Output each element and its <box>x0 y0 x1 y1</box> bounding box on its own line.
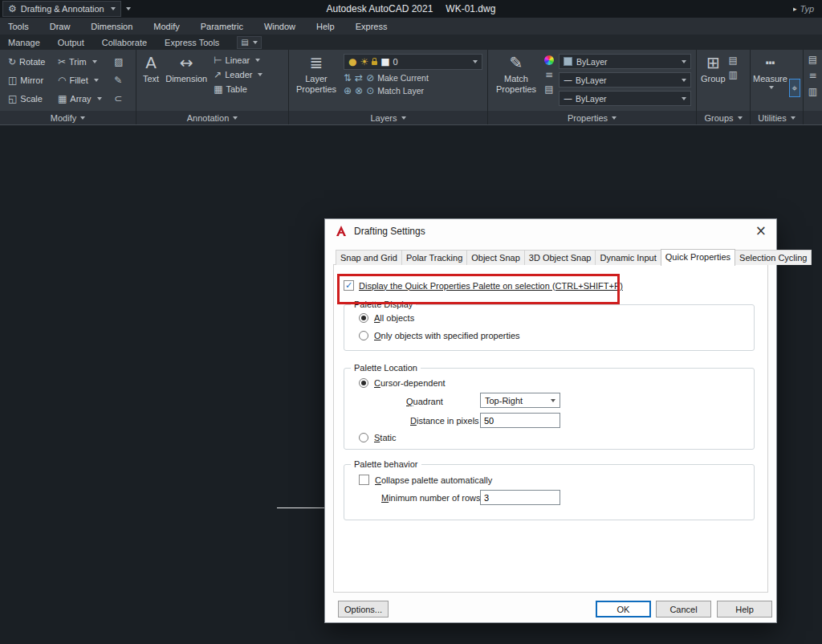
min-rows-input[interactable] <box>480 490 560 505</box>
group-edit-icon[interactable]: ▤ <box>729 55 738 65</box>
flyout-caret-icon[interactable]: ▸ <box>793 6 797 13</box>
static-radio[interactable]: Static <box>359 433 397 442</box>
distance-input[interactable] <box>480 413 560 428</box>
panel-clipped: ▤ ≡ ▥ <box>804 50 822 124</box>
help-button[interactable]: Help <box>717 601 772 618</box>
tab-object-snap[interactable]: Object Snap <box>466 250 525 265</box>
display-qp-checkbox[interactable]: ✓ <box>344 280 354 291</box>
linetype-select[interactable]: —ByLayer <box>559 91 691 106</box>
menu-item-window[interactable]: Window <box>264 22 295 31</box>
leader-tool[interactable]: ↗Leader <box>214 70 262 79</box>
panel-label-modify[interactable]: Modify <box>0 111 136 124</box>
menu-item-modify[interactable]: Modify <box>153 22 179 31</box>
text-icon: A <box>145 53 157 72</box>
clipped-tool-icon-3[interactable]: ▥ <box>808 87 817 96</box>
close-icon[interactable]: × <box>755 222 767 238</box>
clipped-tool-icon-1[interactable]: ▤ <box>808 55 817 64</box>
drawing-line[interactable] <box>277 507 324 508</box>
collapse-checkbox-row[interactable]: Collapse palette automatically <box>359 475 492 485</box>
group-icon: ⊞ <box>706 53 720 72</box>
tab-3d-object-snap[interactable]: 3D Object Snap <box>524 250 596 265</box>
menu-item-draw[interactable]: Draw <box>50 22 71 31</box>
ribbon-tab-manage[interactable]: Manage <box>8 38 40 47</box>
scale-tool[interactable]: ◱Scale <box>8 92 50 105</box>
make-current-tool[interactable]: ⇅ ⇄ ⊘ Make Current <box>344 73 482 83</box>
clipped-tool-icon-2[interactable]: ≡ <box>808 71 816 80</box>
tab-dynamic-input[interactable]: Dynamic Input <box>595 250 661 265</box>
layer-tool-icon-4: ⊕ <box>344 86 352 96</box>
group-tool[interactable]: ⊞Group <box>701 50 726 111</box>
layer-select[interactable]: ● ☀ ■ 0 <box>344 54 482 70</box>
display-qp-row[interactable]: ✓ Display the Quick Properties Palette o… <box>344 280 623 291</box>
dialog-titlebar[interactable]: Drafting Settings × <box>325 219 776 243</box>
cursor-dependent-radio[interactable]: Cursor-dependent <box>359 378 446 388</box>
hatch-tool[interactable]: ▨ <box>114 55 128 69</box>
list-icon[interactable]: ≡ <box>545 70 553 79</box>
lineweight-icon[interactable]: ▤ <box>544 84 553 94</box>
menu-item-express[interactable]: Express <box>356 22 388 31</box>
ribbon-tab-collaborate[interactable]: Collaborate <box>102 38 147 47</box>
ribbon-more-button[interactable]: ▤ <box>237 36 261 49</box>
array-tool[interactable]: ▦Array <box>58 92 106 105</box>
match-properties-label: Match Properties <box>493 74 539 94</box>
menu-item-dimension[interactable]: Dimension <box>91 22 132 31</box>
ribbon-tab-express-tools[interactable]: Express Tools <box>165 38 219 47</box>
all-objects-radio[interactable]: All objects <box>359 313 414 323</box>
workspace-switcher[interactable]: ⚙ Drafting & Annotation <box>2 1 121 17</box>
linear-caret-icon <box>255 59 260 62</box>
quick-select-tool[interactable]: ⌖ <box>789 79 800 97</box>
fillet-tool[interactable]: ◠Fillet <box>58 74 106 88</box>
color-swatch-icon <box>564 57 572 66</box>
table-label: Table <box>226 84 247 94</box>
tab-polar-tracking[interactable]: Polar Tracking <box>401 250 467 265</box>
text-tool[interactable]: AText <box>143 50 159 111</box>
object-color-select[interactable]: ByLayer <box>559 54 691 69</box>
pencil-tool[interactable]: ✎ <box>114 74 128 88</box>
collapse-label: Collapse palette automatically <box>375 475 492 485</box>
tab-quick-properties[interactable]: Quick Properties <box>661 249 735 266</box>
ok-button[interactable]: OK <box>596 601 651 618</box>
utilities-panel-text: Utilities <box>758 113 786 123</box>
current-layer-value: 0 <box>393 57 398 67</box>
ribbon-tab-output[interactable]: Output <box>58 38 84 47</box>
layer-properties-tool[interactable]: ≣Layer Properties <box>294 50 339 111</box>
tab-selection-cycling[interactable]: Selection Cycling <box>735 250 812 265</box>
rotate-tool[interactable]: ↻Rotate <box>8 55 50 69</box>
cancel-button[interactable]: Cancel <box>656 601 711 618</box>
panel-label-utilities[interactable]: Utilities <box>751 111 803 124</box>
match-properties-tool[interactable]: ✎Match Properties <box>493 50 539 111</box>
dimension-tool[interactable]: ↔Dimension <box>165 50 207 111</box>
quadrant-select[interactable]: Top-Right <box>480 393 560 408</box>
options-button[interactable]: Options... <box>338 601 389 618</box>
specified-objects-radio[interactable]: Only objects with specified properties <box>359 331 520 340</box>
ungroup-icon[interactable]: ▥ <box>729 70 738 79</box>
table-tool[interactable]: ▦Table <box>214 84 262 94</box>
measure-tool[interactable]: ┅Measure <box>753 50 787 111</box>
quick-access-caret-icon[interactable] <box>126 7 131 10</box>
lineweight-select[interactable]: —ByLayer <box>559 72 691 88</box>
collapse-checkbox[interactable] <box>359 475 369 485</box>
layer-tool-icon-6: ⊙ <box>366 86 374 96</box>
radio-selected-icon <box>359 313 368 323</box>
layer-tool-icon-5: ⊗ <box>355 86 363 96</box>
annotation-panel-caret-icon <box>233 116 238 120</box>
panel-label-annotation[interactable]: Annotation <box>136 111 288 124</box>
color-wheel-icon[interactable] <box>544 55 554 65</box>
panel-annotation: AText ↔Dimension ⊢Linear ↗Leader ▦Table … <box>136 50 289 124</box>
mirror-tool[interactable]: ◫Mirror <box>8 74 50 88</box>
linear-tool[interactable]: ⊢Linear <box>214 55 262 65</box>
panel-groups: ⊞Group ▤ ▥ Groups <box>697 50 751 124</box>
radio-icon <box>359 433 368 442</box>
match-layer-tool[interactable]: ⊕ ⊗ ⊙ Match Layer <box>344 86 482 96</box>
menu-item-help[interactable]: Help <box>316 22 335 31</box>
offset-tool[interactable]: ⊂ <box>114 92 128 105</box>
tab-snap-and-grid[interactable]: Snap and Grid <box>336 250 402 265</box>
layer-properties-label: Layer Properties <box>294 74 339 94</box>
panel-label-properties[interactable]: Properties <box>488 111 696 124</box>
menu-item-tools[interactable]: Tools <box>8 22 29 31</box>
trim-tool[interactable]: ✂Trim <box>58 55 106 69</box>
palette-behavior-title: Palette behavior <box>351 459 421 469</box>
panel-label-groups[interactable]: Groups <box>697 111 750 124</box>
panel-label-layers[interactable]: Layers <box>289 111 487 124</box>
menu-item-parametric[interactable]: Parametric <box>201 22 243 31</box>
